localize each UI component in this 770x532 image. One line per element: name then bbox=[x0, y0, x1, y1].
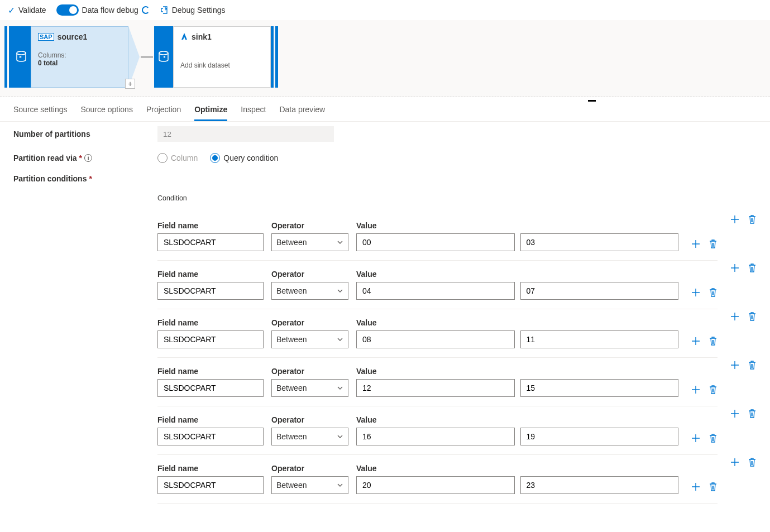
delete-condition-icon[interactable] bbox=[709, 385, 718, 395]
add-condition-icon[interactable] bbox=[691, 336, 701, 346]
add-group-icon[interactable] bbox=[730, 263, 740, 273]
condition-row: Field name Operator Between Value bbox=[157, 412, 718, 455]
info-icon[interactable]: i bbox=[84, 154, 92, 162]
database-in-icon bbox=[154, 26, 173, 88]
dataflow-canvas: SAP source1 Columns: 0 total + sink1 Add… bbox=[0, 21, 770, 97]
field-name-input[interactable] bbox=[157, 476, 264, 494]
operator-select[interactable]: Between bbox=[271, 476, 348, 494]
value-label: Value bbox=[356, 270, 678, 279]
add-group-icon[interactable] bbox=[730, 214, 740, 224]
value-to-input[interactable] bbox=[520, 379, 679, 397]
chevron-down-icon bbox=[337, 239, 343, 246]
operator-select[interactable]: Between bbox=[271, 330, 348, 348]
radio-column-label: Column bbox=[171, 154, 198, 162]
dataflow-debug-label: Data flow debug bbox=[82, 6, 138, 15]
delete-condition-icon[interactable] bbox=[709, 433, 718, 443]
value-label: Value bbox=[356, 221, 678, 230]
value-from-input[interactable] bbox=[356, 282, 515, 300]
value-label: Value bbox=[356, 318, 678, 327]
azure-icon bbox=[180, 33, 188, 41]
field-name-input[interactable] bbox=[157, 428, 264, 445]
debug-settings-button[interactable]: Debug Settings bbox=[160, 6, 226, 15]
delete-condition-icon[interactable] bbox=[709, 482, 718, 492]
tab-source-options[interactable]: Source options bbox=[81, 105, 133, 121]
tab-inspect[interactable]: Inspect bbox=[241, 105, 266, 121]
tab-source-settings[interactable]: Source settings bbox=[13, 105, 68, 121]
delete-group-icon[interactable] bbox=[748, 457, 757, 467]
svg-point-1 bbox=[159, 51, 168, 55]
value-from-input[interactable] bbox=[356, 476, 515, 494]
field-name-label: Field name bbox=[157, 221, 264, 230]
value-label: Value bbox=[356, 367, 678, 376]
tab-optimize[interactable]: Optimize bbox=[194, 105, 227, 121]
operator-select[interactable]: Between bbox=[271, 428, 348, 445]
resize-handle[interactable] bbox=[588, 100, 596, 102]
add-condition-icon[interactable] bbox=[691, 482, 701, 492]
check-icon: ✓ bbox=[8, 5, 15, 16]
tab-data-preview[interactable]: Data preview bbox=[279, 105, 325, 121]
num-partitions-label: Number of partitions bbox=[13, 130, 157, 138]
add-step-button[interactable]: + bbox=[125, 79, 135, 89]
operator-select[interactable]: Between bbox=[271, 233, 348, 251]
sink-title: sink1 bbox=[192, 32, 212, 41]
field-name-input[interactable] bbox=[157, 282, 264, 300]
database-out-icon bbox=[12, 26, 31, 88]
field-name-label: Field name bbox=[157, 318, 264, 327]
operator-select[interactable]: Between bbox=[271, 379, 348, 397]
add-group-icon[interactable] bbox=[730, 409, 740, 419]
partition-conditions-label: Partition conditions* bbox=[13, 174, 157, 183]
toggle-on-icon bbox=[56, 4, 79, 16]
value-from-input[interactable] bbox=[356, 428, 515, 445]
delete-condition-icon[interactable] bbox=[709, 239, 718, 249]
delete-group-icon[interactable] bbox=[748, 409, 757, 419]
field-name-input[interactable] bbox=[157, 379, 264, 397]
radio-column[interactable]: Column bbox=[157, 153, 198, 163]
value-to-input[interactable] bbox=[520, 330, 679, 348]
value-to-input[interactable] bbox=[520, 476, 679, 494]
sink-node[interactable]: sink1 Add sink dataset bbox=[154, 26, 278, 88]
field-name-input[interactable] bbox=[157, 330, 264, 348]
source-columns-label: Columns: bbox=[38, 51, 121, 59]
add-condition-icon[interactable] bbox=[691, 239, 701, 249]
operator-label: Operator bbox=[271, 464, 348, 473]
chevron-down-icon bbox=[337, 482, 343, 488]
delete-group-icon[interactable] bbox=[748, 263, 757, 273]
value-from-input[interactable] bbox=[356, 379, 515, 397]
field-name-label: Field name bbox=[157, 367, 264, 376]
radio-query-condition[interactable]: Query condition bbox=[210, 153, 278, 163]
value-to-input[interactable] bbox=[520, 282, 679, 300]
debug-settings-label: Debug Settings bbox=[172, 6, 226, 15]
sap-icon: SAP bbox=[38, 33, 54, 41]
delete-condition-icon[interactable] bbox=[709, 336, 718, 346]
add-group-icon[interactable] bbox=[730, 311, 740, 322]
add-condition-icon[interactable] bbox=[691, 287, 701, 298]
dataflow-debug-toggle[interactable]: Data flow debug bbox=[56, 4, 150, 16]
add-group-icon[interactable] bbox=[730, 457, 740, 467]
operator-label: Operator bbox=[271, 270, 348, 279]
condition-row: Field name Operator Between Value bbox=[157, 461, 718, 504]
num-partitions-input[interactable] bbox=[157, 126, 334, 142]
operator-label: Operator bbox=[271, 415, 348, 424]
delete-group-icon[interactable] bbox=[748, 360, 757, 370]
spinner-icon bbox=[142, 6, 150, 14]
value-to-input[interactable] bbox=[520, 428, 679, 445]
chevron-down-icon bbox=[337, 433, 343, 440]
field-name-input[interactable] bbox=[157, 233, 264, 251]
add-condition-icon[interactable] bbox=[691, 385, 701, 395]
operator-label: Operator bbox=[271, 318, 348, 327]
add-condition-icon[interactable] bbox=[691, 433, 701, 443]
tab-projection[interactable]: Projection bbox=[146, 105, 181, 121]
validate-button[interactable]: ✓ Validate bbox=[8, 5, 46, 16]
operator-select[interactable]: Between bbox=[271, 282, 348, 300]
value-label: Value bbox=[356, 415, 678, 424]
sink-subtitle: Add sink dataset bbox=[180, 61, 264, 69]
source-node[interactable]: SAP source1 Columns: 0 total + bbox=[4, 26, 140, 88]
condition-row: Field name Operator Between Value bbox=[157, 363, 718, 406]
delete-condition-icon[interactable] bbox=[709, 287, 718, 298]
value-to-input[interactable] bbox=[520, 233, 679, 251]
delete-group-icon[interactable] bbox=[748, 311, 757, 322]
value-from-input[interactable] bbox=[356, 330, 515, 348]
delete-group-icon[interactable] bbox=[748, 214, 757, 224]
add-group-icon[interactable] bbox=[730, 360, 740, 370]
value-from-input[interactable] bbox=[356, 233, 515, 251]
